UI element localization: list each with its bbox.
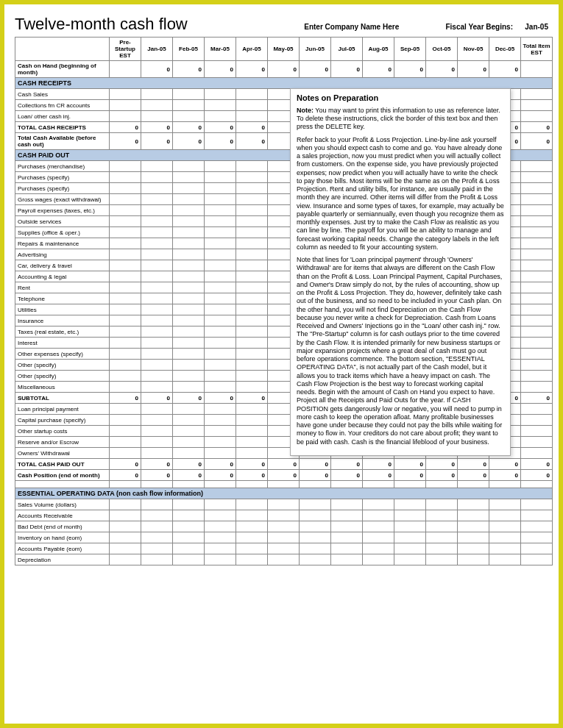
cell[interactable] (521, 111, 553, 122)
cell[interactable] (110, 183, 141, 194)
cell[interactable] (268, 499, 300, 510)
cell[interactable] (236, 293, 268, 304)
cell[interactable] (173, 100, 205, 111)
cell[interactable] (110, 360, 141, 371)
cell[interactable] (521, 521, 553, 532)
cell[interactable]: 0 (205, 122, 236, 133)
cell[interactable] (173, 554, 205, 565)
cell[interactable] (205, 521, 236, 532)
cell[interactable] (521, 194, 553, 205)
cell[interactable] (205, 271, 236, 282)
cell[interactable]: 0 (426, 61, 458, 78)
cell[interactable] (205, 554, 236, 565)
cell[interactable] (236, 111, 268, 122)
cell[interactable] (110, 227, 141, 238)
cell[interactable] (205, 205, 236, 216)
cell[interactable] (141, 315, 173, 326)
cell[interactable] (141, 271, 173, 282)
fiscal-year-value[interactable]: Jan-05 (519, 23, 548, 31)
cell[interactable]: 0 (300, 470, 331, 481)
cell[interactable] (141, 100, 173, 111)
cell[interactable]: 0 (363, 459, 394, 470)
cell[interactable] (173, 205, 205, 216)
cell[interactable] (110, 510, 141, 521)
cell[interactable]: 0 (300, 459, 331, 470)
cell[interactable] (141, 282, 173, 293)
cell[interactable] (141, 426, 173, 437)
cell[interactable]: 0 (205, 61, 236, 78)
cell[interactable] (205, 183, 236, 194)
cell[interactable] (173, 532, 205, 543)
cell[interactable] (331, 499, 363, 510)
cell[interactable] (173, 111, 205, 122)
cell[interactable] (110, 554, 141, 565)
cell[interactable] (236, 205, 268, 216)
cell[interactable] (521, 304, 553, 315)
cell[interactable] (458, 510, 489, 521)
cell[interactable] (521, 271, 553, 282)
cell[interactable] (236, 499, 268, 510)
cell[interactable] (236, 404, 268, 415)
cell[interactable] (205, 338, 236, 349)
cell[interactable] (394, 521, 426, 532)
cell[interactable] (141, 205, 173, 216)
cell[interactable] (521, 172, 553, 183)
cell[interactable] (300, 532, 331, 543)
cell[interactable] (205, 293, 236, 304)
cell[interactable]: 0 (489, 61, 521, 78)
cell[interactable]: 0 (300, 61, 331, 78)
cell[interactable] (331, 532, 363, 543)
cell[interactable] (205, 499, 236, 510)
cell[interactable] (110, 499, 141, 510)
cell[interactable] (141, 216, 173, 227)
cell[interactable]: 0 (236, 393, 268, 404)
cell[interactable] (363, 554, 394, 565)
cell[interactable] (331, 554, 363, 565)
cell[interactable] (205, 349, 236, 360)
cell[interactable] (205, 326, 236, 338)
cell[interactable] (141, 415, 173, 426)
cell[interactable] (489, 554, 521, 565)
cell[interactable] (205, 382, 236, 393)
cell[interactable]: 0 (173, 393, 205, 404)
cell[interactable] (236, 183, 268, 194)
cell[interactable] (110, 437, 141, 448)
cell[interactable] (110, 448, 141, 459)
cell[interactable] (521, 543, 553, 554)
cell[interactable] (141, 326, 173, 338)
cell[interactable] (110, 61, 141, 78)
cell[interactable] (236, 415, 268, 426)
cell[interactable]: 0 (268, 459, 300, 470)
cell[interactable] (173, 194, 205, 205)
cell[interactable] (268, 521, 300, 532)
cell[interactable] (426, 543, 458, 554)
cell[interactable] (236, 100, 268, 111)
cell[interactable] (173, 89, 205, 100)
cell[interactable] (300, 521, 331, 532)
cell[interactable] (300, 554, 331, 565)
cell[interactable] (236, 543, 268, 554)
cell[interactable] (110, 172, 141, 183)
cell[interactable] (141, 543, 173, 554)
cell[interactable]: 0 (521, 470, 553, 481)
cell[interactable]: 0 (110, 133, 141, 150)
cell[interactable]: 0 (331, 470, 363, 481)
cell[interactable] (110, 100, 141, 111)
cell[interactable] (236, 227, 268, 238)
cell[interactable]: 0 (110, 393, 141, 404)
cell[interactable] (205, 532, 236, 543)
cell[interactable] (141, 437, 173, 448)
cell[interactable] (521, 532, 553, 543)
cell[interactable] (141, 360, 173, 371)
cell[interactable]: 0 (363, 61, 394, 78)
cell[interactable] (110, 521, 141, 532)
cell[interactable]: 0 (141, 61, 173, 78)
cell[interactable] (268, 543, 300, 554)
cell[interactable] (268, 554, 300, 565)
cell[interactable] (489, 499, 521, 510)
cell[interactable] (236, 338, 268, 349)
cell[interactable] (300, 510, 331, 521)
cell[interactable]: 0 (521, 133, 553, 150)
cell[interactable] (173, 238, 205, 249)
cell[interactable]: 0 (394, 459, 426, 470)
